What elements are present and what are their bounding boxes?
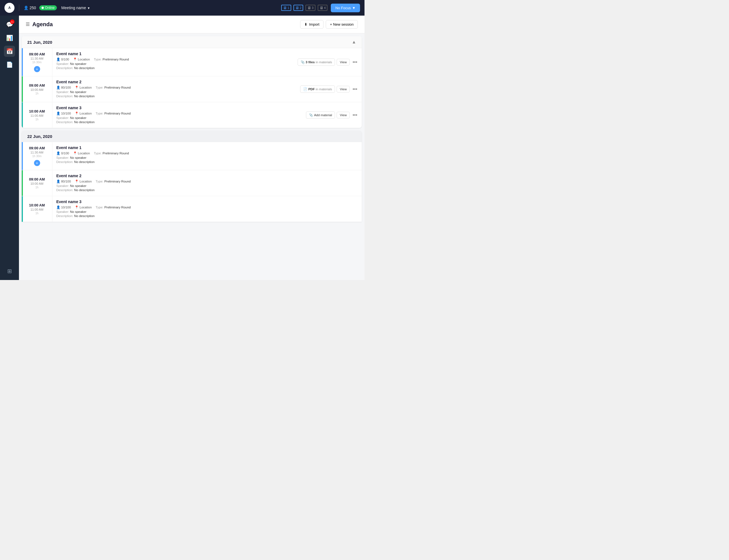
color-bar-blue-1: [22, 48, 23, 76]
sidebar: 💬 11 📊 📅 📄 ⊞: [0, 16, 19, 280]
add-event-btn-d2-1[interactable]: +: [34, 160, 40, 166]
sidebar-item-chat[interactable]: 💬 11: [4, 19, 15, 30]
event-info-d2-3: Event name 3 👤 10/100 📍 Location Type: P…: [52, 196, 362, 222]
online-dot: [42, 7, 44, 9]
event-info-1: Event name 1 👤 0/100 📍 Location Type: Pr…: [52, 48, 298, 76]
monitor-1[interactable]: 🖥1: [281, 5, 291, 11]
main-content: ☰ Agenda ⬇ Import + New session 21 Jun, …: [19, 16, 365, 280]
color-bar-teal-1: [22, 102, 23, 128]
event-time-d2-3: 10:00 AM 11:00 AM 1h: [22, 196, 52, 222]
agenda-title: ☰ Agenda: [26, 21, 53, 28]
add-event-btn-1[interactable]: +: [34, 66, 40, 72]
import-button[interactable]: ⬇ Import: [300, 20, 324, 29]
event-time-2: 09:00 AM 10:00 AM 1h: [22, 76, 52, 102]
monitor-controls: 🖥1 🖥2 🖥3 🖥4: [281, 5, 327, 11]
date-header-1: 21 Jun, 2020 ▲: [22, 36, 362, 48]
date-header-2: 22 Jun, 2020: [22, 131, 362, 142]
agenda-actions: ⬇ Import + New session: [300, 20, 358, 29]
event-time-d2-2: 09:00 AM 10:00 AM 1h: [22, 170, 52, 196]
sidebar-item-grid[interactable]: ⊞: [4, 266, 15, 277]
event-item-d2-3: 10:00 AM 11:00 AM 1h Event name 3 👤 10/1…: [22, 196, 362, 222]
color-bar-blue-2: [22, 142, 23, 170]
capacity-icon-1: 👤 0/100: [56, 57, 69, 61]
more-btn-3[interactable]: •••: [351, 112, 358, 118]
event-item-1: 09:00 AM 11:30 AM 1h 30m + Event name 1 …: [22, 48, 362, 76]
event-time-3: 10:00 AM 11:00 AM 1h: [22, 102, 52, 128]
more-btn-1[interactable]: •••: [351, 59, 358, 65]
no-focus-button[interactable]: No Focus ▼: [331, 4, 360, 12]
color-bar-green-2: [22, 170, 23, 196]
pdf-material-btn[interactable]: 📄 PDF in materials: [300, 86, 335, 93]
topbar-divider: [19, 4, 19, 11]
online-badge[interactable]: Online: [39, 5, 57, 10]
event-item-3: 10:00 AM 11:00 AM 1h Event name 3 👤 10/1…: [22, 102, 362, 128]
app-logo: A: [4, 3, 14, 13]
user-count: 👤 250: [24, 6, 36, 10]
event-info-3: Event name 3 👤 10/100 📍 Location Type: P…: [52, 102, 306, 128]
pdf-icon: 📄: [303, 87, 307, 91]
date-section-1: 21 Jun, 2020 ▲ 09:00 AM 11:30 AM 1h 30m …: [22, 36, 362, 128]
event-info-d2-1: Event name 1 👤 0/100 📍 Location Type: Pr…: [52, 142, 362, 170]
agenda-header: ☰ Agenda ⬇ Import + New session: [19, 16, 365, 33]
event-item-d2-2: 09:00 AM 10:00 AM 1h Event name 2 👤 80/1…: [22, 170, 362, 196]
view-btn-3[interactable]: View: [337, 112, 350, 118]
meeting-name[interactable]: Meeting name ▼: [61, 6, 90, 10]
chat-badge: 11: [10, 20, 14, 24]
event-info-d2-2: Event name 2 👤 80/100 📍 Location Type: P…: [52, 170, 362, 196]
collapse-icon-1[interactable]: ▲: [352, 40, 356, 45]
monitor-3[interactable]: 🖥3: [305, 5, 315, 11]
add-material-icon: 📎: [309, 113, 313, 117]
import-icon: ⬇: [304, 22, 307, 26]
sidebar-item-document[interactable]: 📄: [4, 59, 15, 70]
event-info-2: Event name 2 👤 80/100 📍 Location Type: P…: [52, 76, 300, 102]
more-btn-2[interactable]: •••: [351, 86, 358, 92]
monitor-4[interactable]: 🖥4: [318, 5, 328, 11]
color-bar-green-1: [22, 76, 23, 102]
topbar: A 👤 250 Online Meeting name ▼ 🖥1 🖥2 🖥3: [0, 0, 365, 16]
view-btn-2[interactable]: View: [337, 86, 350, 92]
clip-icon: 📎: [301, 60, 305, 64]
files-material-btn[interactable]: 📎 3 files in materials: [298, 59, 335, 66]
event-item-2: 09:00 AM 10:00 AM 1h Event name 2 👤 80/1…: [22, 76, 362, 102]
sidebar-item-calendar[interactable]: 📅: [4, 46, 15, 57]
view-btn-1[interactable]: View: [337, 59, 350, 65]
event-actions-3: 📎 Add material View •••: [306, 102, 362, 128]
event-time-d2-1: 09:00 AM 11:30 AM 1h 30m +: [22, 142, 52, 170]
monitor-2[interactable]: 🖥2: [293, 5, 303, 11]
add-material-btn[interactable]: 📎 Add material: [306, 111, 335, 119]
location-icon-1: 📍 Location: [73, 57, 90, 61]
event-actions-1: 📎 3 files in materials View •••: [298, 48, 362, 76]
date-section-2: 22 Jun, 2020 09:00 AM 11:30 AM 1h 30m + …: [22, 131, 362, 222]
color-bar-teal-2: [22, 196, 23, 222]
event-item-d2-1: 09:00 AM 11:30 AM 1h 30m + Event name 1 …: [22, 142, 362, 170]
event-actions-2: 📄 PDF in materials View •••: [300, 76, 362, 102]
hamburger-icon[interactable]: ☰: [26, 22, 30, 27]
event-time-1: 09:00 AM 11:30 AM 1h 30m +: [22, 48, 52, 76]
sidebar-item-analytics[interactable]: 📊: [4, 32, 15, 43]
new-session-button[interactable]: + New session: [326, 20, 358, 29]
